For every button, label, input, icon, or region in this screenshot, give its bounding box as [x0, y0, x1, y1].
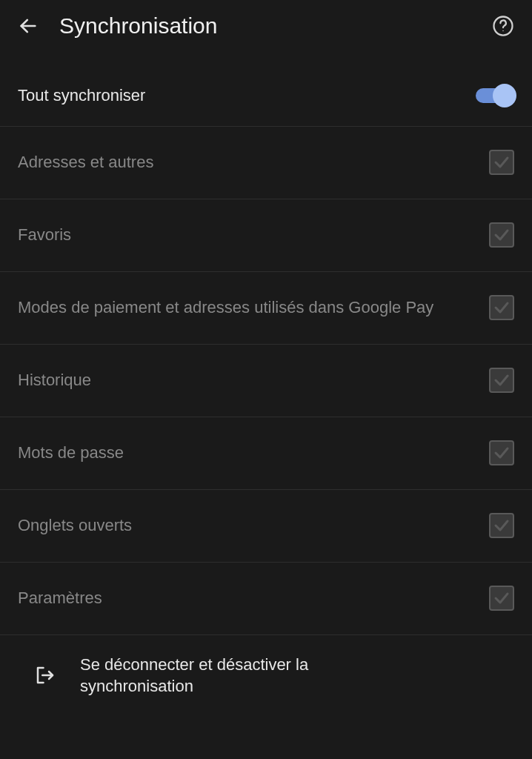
sync-item-history[interactable]: Historique [0, 344, 532, 417]
sync-item-addresses[interactable]: Adresses et autres [0, 126, 532, 199]
sync-item-label: Onglets ouverts [18, 514, 489, 537]
header: Synchronisation [0, 0, 532, 52]
signout-icon-wrapper [34, 664, 56, 686]
help-button[interactable] [492, 15, 514, 37]
sync-item-checkbox[interactable] [489, 440, 514, 465]
sync-all-toggle[interactable] [476, 88, 514, 103]
sync-item-checkbox[interactable] [489, 295, 514, 320]
back-button[interactable] [18, 16, 39, 36]
sync-item-label: Modes de paiement et adresses utilisés d… [18, 296, 489, 319]
sync-item-checkbox[interactable] [489, 513, 514, 538]
sync-all-label: Tout synchroniser [18, 84, 476, 107]
signout-icon [34, 664, 56, 686]
sync-item-label: Historique [18, 369, 489, 391]
sync-item-checkbox[interactable] [489, 586, 514, 611]
sync-item-passwords[interactable]: Mots de passe [0, 417, 532, 489]
sync-item-label: Adresses et autres [18, 151, 489, 173]
check-icon [493, 517, 511, 534]
sync-item-settings[interactable]: Paramètres [0, 562, 532, 634]
check-icon [493, 299, 511, 316]
sync-item-label: Mots de passe [18, 442, 489, 464]
page-title: Synchronisation [59, 13, 471, 39]
sync-item-checkbox[interactable] [489, 222, 514, 248]
help-icon [492, 15, 514, 37]
sync-all-row[interactable]: Tout synchroniser [0, 52, 532, 126]
signout-row[interactable]: Se déconnecter et désactiver la synchron… [0, 634, 532, 716]
sync-item-payments[interactable]: Modes de paiement et adresses utilisés d… [0, 271, 532, 344]
check-icon [493, 371, 511, 389]
check-icon [493, 444, 511, 462]
sync-item-checkbox[interactable] [489, 368, 514, 393]
sync-item-open-tabs[interactable]: Onglets ouverts [0, 489, 532, 562]
arrow-left-icon [18, 16, 39, 36]
signout-label: Se déconnecter et désactiver la synchron… [80, 654, 421, 697]
check-icon [493, 589, 511, 607]
check-icon [493, 153, 511, 171]
check-icon [493, 226, 511, 244]
sync-item-checkbox[interactable] [489, 150, 514, 175]
sync-item-label: Favoris [18, 224, 489, 246]
sync-item-label: Paramètres [18, 587, 489, 609]
sync-item-bookmarks[interactable]: Favoris [0, 199, 532, 271]
svg-point-2 [502, 30, 504, 32]
